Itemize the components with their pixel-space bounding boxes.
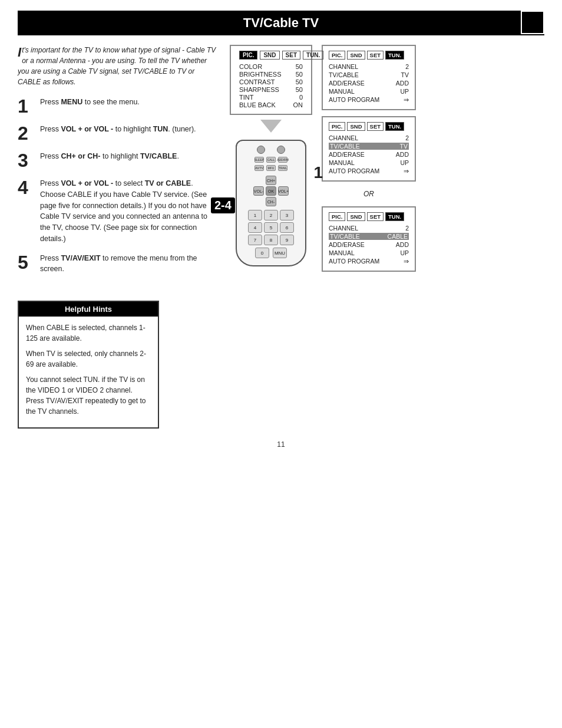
or-divider: OR xyxy=(322,190,416,198)
hint-2: When TV is selected, only channels 2-69 … xyxy=(26,348,151,370)
p3-row-autoprog: AUTO PROGRAM ⇒ xyxy=(329,258,409,265)
av-btn[interactable]: AV/TV xyxy=(254,165,264,171)
panels-column: PIC. SND SET TUN. CHANNEL 2 TV/CABLE TV … xyxy=(322,45,416,283)
p2-val-channel: 2 xyxy=(405,134,409,141)
left-column: I t's important for the TV to know what … xyxy=(18,45,218,283)
p1-label-channel: CHANNEL xyxy=(329,63,358,70)
ch-minus-btn[interactable]: CH- xyxy=(266,197,276,206)
p1-row-adderase: ADD/ERASE ADD xyxy=(329,80,409,87)
menu-val-brightness: 50 xyxy=(296,71,303,78)
step-5-num: 5 xyxy=(18,253,34,272)
num-6[interactable]: 6 xyxy=(280,222,294,233)
p3-tab-set: SET xyxy=(367,212,384,221)
step-1: 1 Press MENU to see the menu. xyxy=(18,97,218,116)
remote-mid-row1: SLEEP CALL ADD/RM xyxy=(254,157,287,163)
step-2-num: 2 xyxy=(18,124,34,143)
p3-tab-snd: SND xyxy=(347,212,365,221)
p1-val-autoprog: ⇒ xyxy=(404,96,409,103)
menu-row-tint: TINT 0 xyxy=(239,94,303,101)
menu-btn[interactable]: MNU xyxy=(273,248,287,258)
p2-tab-pic: PIC. xyxy=(329,122,345,131)
menu-row-contrast: CONTRAST 50 xyxy=(239,78,303,85)
hints-box: Helpful Hints When CABLE is selected, ch… xyxy=(18,301,159,429)
steps-list: 1 Press MENU to see the menu. 2 Press VO… xyxy=(18,97,218,275)
step-5: 5 Press TV/AV/EXIT to remove the menu fr… xyxy=(18,253,218,275)
p2-row-adderase: ADD/ERASE ADD xyxy=(329,151,409,158)
menu-tab-tun: TUN. xyxy=(303,51,323,60)
step-label-24: 2-4 xyxy=(211,197,235,213)
menu-label-brightness: BRIGHTNESS xyxy=(239,71,282,78)
main-content: I t's important for the TV to know what … xyxy=(18,45,544,283)
p2-row-manual: MANUAL UP xyxy=(329,159,409,166)
menu-row-brightness: BRIGHTNESS 50 xyxy=(239,71,303,78)
mute-button[interactable] xyxy=(277,146,285,154)
p1-label-manual: MANUAL xyxy=(329,88,355,95)
remote-mid-row2: AV/TV MFU TRAIL xyxy=(254,165,287,171)
p1-label-tvcable: TV/CABLE xyxy=(329,71,359,78)
step-label-1: 1 xyxy=(313,163,323,182)
p2-val-adderase: ADD xyxy=(396,151,409,158)
standby-button[interactable] xyxy=(257,146,265,154)
p3-val-adderase: ADD xyxy=(396,241,409,248)
p1-tab-pic: PIC. xyxy=(329,51,345,60)
p3-tab-tun: TUN. xyxy=(385,212,404,221)
step-3-content: Press CH+ or CH- to highlight TV/CABLE. xyxy=(40,151,179,162)
p1-row-autoprog: AUTO PROGRAM ⇒ xyxy=(329,96,409,103)
step-2-content: Press VOL + or VOL - to highlight TUN. (… xyxy=(40,124,196,135)
header-box xyxy=(521,11,544,34)
num-8[interactable]: 8 xyxy=(264,235,278,245)
ch-plus-btn[interactable]: CH+ xyxy=(266,176,276,185)
p2-row-channel: CHANNEL 2 xyxy=(329,134,409,141)
num-1[interactable]: 1 xyxy=(248,210,262,220)
menu-label-blueback: BLUE BACK xyxy=(239,101,276,108)
p3-val-channel: 2 xyxy=(405,225,409,232)
addon-btn[interactable]: ADD/RM xyxy=(278,157,287,163)
p2-row-autoprog: AUTO PROGRAM ⇒ xyxy=(329,167,409,174)
mfu-btn[interactable]: MFU xyxy=(266,165,276,171)
hints-title: Helpful Hints xyxy=(19,302,158,317)
drop-cap: I xyxy=(18,46,21,59)
num-3[interactable]: 3 xyxy=(280,210,294,220)
p3-label-adderase: ADD/ERASE xyxy=(329,241,365,248)
panel-2-tabs: PIC. SND SET TUN. xyxy=(329,122,409,131)
step-3: 3 Press CH+ or CH- to highlight TV/CABLE… xyxy=(18,151,218,170)
vol-minus-btn[interactable]: VOL- xyxy=(253,186,264,196)
num-7[interactable]: 7 xyxy=(248,235,262,245)
panel-3-tabs: PIC. SND SET TUN. xyxy=(329,212,409,221)
page-number: 11 xyxy=(0,440,562,449)
panel-1: PIC. SND SET TUN. CHANNEL 2 TV/CABLE TV … xyxy=(322,45,416,110)
sleep-btn[interactable]: SLEEP xyxy=(254,157,264,163)
p1-label-adderase: ADD/ERASE xyxy=(329,80,365,87)
menu-val-tint: 0 xyxy=(299,94,303,101)
num-2[interactable]: 2 xyxy=(264,210,278,220)
num-0[interactable]: 0 xyxy=(255,248,269,258)
num-4[interactable]: 4 xyxy=(248,222,262,233)
p3-label-channel: CHANNEL xyxy=(329,225,358,232)
p1-label-autoprog: AUTO PROGRAM xyxy=(329,96,379,103)
numpad: 1 2 3 4 5 6 7 8 9 xyxy=(248,210,294,245)
remote-bottom-row: 0 MNU xyxy=(255,248,287,258)
p3-label-tvcable: TV/CABLE xyxy=(330,233,360,240)
step-4: 4 Press VOL + or VOL - to select TV or C… xyxy=(18,178,218,245)
p2-label-autoprog: AUTO PROGRAM xyxy=(329,167,379,174)
menu-row-blueback: BLUE BACK ON xyxy=(239,101,303,108)
call-btn[interactable]: CALL xyxy=(266,157,276,163)
nav-cross-area: CH+ VOL- OK VOL+ CH- xyxy=(253,176,289,207)
menu-label-color: COLOR xyxy=(239,63,262,70)
panel-3: PIC. SND SET TUN. CHANNEL 2 TV/CABLE CAB… xyxy=(322,206,416,272)
vol-plus-btn[interactable]: VOL+ xyxy=(278,186,289,196)
menu-label-contrast: CONTRAST xyxy=(239,78,275,85)
menu-row-sharpness: SHARPNESS 50 xyxy=(239,86,303,93)
step-1-num: 1 xyxy=(18,97,34,116)
p3-val-tvcable: CABLE xyxy=(388,233,408,240)
num-5[interactable]: 5 xyxy=(264,222,278,233)
trail-btn[interactable]: TRAIL xyxy=(278,165,287,171)
center-area: PIC. SND SET TUN. COLOR 50 BRIGHTNESS 50… xyxy=(230,45,312,283)
p1-val-adderase: ADD xyxy=(396,80,409,87)
hint-1: When CABLE is selected, channels 1-125 a… xyxy=(26,322,151,344)
p2-val-manual: UP xyxy=(400,159,409,166)
step-1-content: Press MENU to see the menu. xyxy=(40,97,140,108)
ok-btn[interactable]: OK xyxy=(266,186,276,196)
num-9[interactable]: 9 xyxy=(280,235,294,245)
menu-screen: PIC. SND SET TUN. COLOR 50 BRIGHTNESS 50… xyxy=(230,45,312,115)
